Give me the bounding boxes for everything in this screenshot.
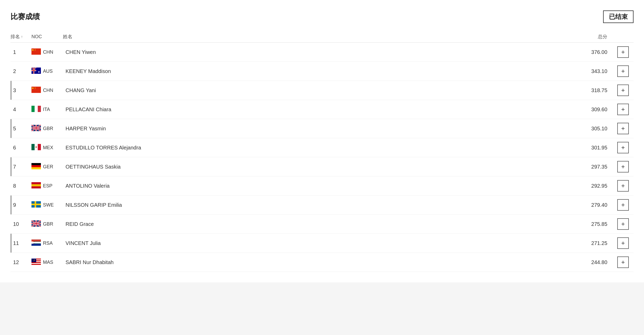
table-row: 4 ITA PELLACANI Chiara 309.60 + <box>10 100 634 119</box>
noc-label: AUS <box>43 69 53 74</box>
expand-button[interactable]: + <box>617 161 629 172</box>
athlete-name: ANTOLINO Valeria <box>63 183 571 189</box>
svg-rect-23 <box>35 106 38 112</box>
flag-icon <box>31 87 41 94</box>
total-score: 305.10 <box>571 126 613 132</box>
svg-text:☽: ☽ <box>32 259 34 262</box>
svg-text:★: ★ <box>38 70 40 73</box>
athlete-name: CHEN Yiwen <box>63 49 571 55</box>
svg-rect-61 <box>31 239 41 242</box>
noc-label: MAS <box>43 260 53 265</box>
noc-label: CHN <box>43 88 53 93</box>
total-score: 297.35 <box>571 164 613 170</box>
total-score: 318.75 <box>571 87 613 93</box>
athlete-name: KEENEY Maddison <box>63 68 571 74</box>
athlete-name: HARPER Yasmin <box>63 126 571 132</box>
action-cell: + <box>613 237 634 249</box>
flag-icon: ★ <box>31 68 41 75</box>
noc-label: RSA <box>43 241 53 246</box>
svg-rect-71 <box>31 264 41 265</box>
total-score: 376.00 <box>571 49 613 55</box>
flag-icon <box>31 182 41 190</box>
noc-cell: CHN <box>31 87 63 94</box>
svg-rect-34 <box>31 144 35 150</box>
flag-icon <box>31 239 41 247</box>
noc-label: MEX <box>43 145 53 150</box>
noc-cell: CHN <box>31 48 63 56</box>
svg-rect-39 <box>31 165 41 167</box>
noc-cell: GER <box>31 163 63 171</box>
expand-button[interactable]: + <box>617 199 629 211</box>
page-title: 比赛成绩 <box>10 12 40 22</box>
svg-rect-43 <box>31 184 41 184</box>
expand-button[interactable]: + <box>617 218 629 230</box>
athlete-name: REID Grace <box>63 221 571 227</box>
athlete-name: VINCENT Julia <box>63 240 571 246</box>
noc-cell: GBR <box>31 220 63 228</box>
noc-cell: GBR <box>31 125 63 132</box>
page-header: 比赛成绩 已结束 <box>10 5 634 28</box>
table-row: 3 CHN CHANG Yani 318.75 + <box>10 81 634 100</box>
column-score: 总分 <box>571 34 613 40</box>
athlete-name: SABRI Nur Dhabitah <box>63 259 571 265</box>
table-row: 6 MEX ESTUDILLO TORRES Alejandra 301.95 … <box>10 138 634 157</box>
athlete-name: PELLACANI Chiara <box>63 107 571 113</box>
table-row: 1 CHN CHEN Yiwen 376.00 + <box>10 43 634 62</box>
action-cell: + <box>613 256 634 268</box>
rank-cell: 7 <box>10 164 31 170</box>
rank-cell: 9 <box>10 202 31 208</box>
flag-icon <box>31 48 41 56</box>
expand-button[interactable]: + <box>617 65 629 77</box>
table-row: 12 ☽ MAS SABRI Nur Dhabitah 244.80 + <box>10 253 634 272</box>
svg-point-37 <box>35 146 37 148</box>
total-score: 343.10 <box>571 68 613 74</box>
column-noc: NOC <box>31 34 63 40</box>
noc-cell: ☽ MAS <box>31 259 63 266</box>
svg-rect-24 <box>38 106 41 112</box>
action-cell: + <box>613 123 634 134</box>
noc-cell: ★ AUS <box>31 68 63 75</box>
column-rank: 排名 ↑ <box>10 34 31 40</box>
total-score: 292.95 <box>571 183 613 189</box>
page-container: 比赛成绩 已结束 排名 ↑ NOC 姓名 总分 1 CHN CHEN Y <box>0 0 644 282</box>
rank-cell: 1 <box>10 49 31 55</box>
flag-icon <box>31 125 41 132</box>
results-table: 1 CHN CHEN Yiwen 376.00 + 2 <box>10 43 634 272</box>
svg-rect-22 <box>31 106 35 112</box>
flag-icon <box>31 144 41 152</box>
svg-rect-38 <box>31 163 41 165</box>
rank-cell: 5 <box>10 126 31 132</box>
flag-icon <box>31 163 41 171</box>
expand-button[interactable]: + <box>617 237 629 249</box>
expand-button[interactable]: + <box>617 85 629 96</box>
noc-cell: SWE <box>31 201 63 209</box>
table-row: 5 GBR HARPER Yasmin 305.10 + <box>10 119 634 138</box>
athlete-name: ESTUDILLO TORRES Alejandra <box>63 145 571 151</box>
expand-button[interactable]: + <box>617 142 629 153</box>
athlete-name: OETTINGHAUS Saskia <box>63 164 571 170</box>
total-score: 279.40 <box>571 202 613 208</box>
total-score: 244.80 <box>571 259 613 265</box>
expand-button[interactable]: + <box>617 104 629 115</box>
expand-button[interactable]: + <box>617 180 629 192</box>
action-cell: + <box>613 218 634 230</box>
svg-rect-62 <box>31 244 41 246</box>
noc-label: GBR <box>43 126 53 131</box>
table-row: 2 ★ AUS KEENEY Maddison 343.10 + <box>10 62 634 81</box>
flag-icon <box>31 220 41 228</box>
svg-rect-36 <box>38 144 41 150</box>
total-score: 275.85 <box>571 221 613 227</box>
action-cell: + <box>613 65 634 77</box>
noc-label: CHN <box>43 49 53 55</box>
noc-cell: ITA <box>31 106 63 113</box>
expand-button[interactable]: + <box>617 123 629 134</box>
flag-icon <box>31 106 41 113</box>
noc-cell: MEX <box>31 144 63 152</box>
total-score: 309.60 <box>571 107 613 113</box>
expand-button[interactable]: + <box>617 256 629 268</box>
action-cell: + <box>613 104 634 115</box>
svg-rect-40 <box>31 167 41 169</box>
rank-cell: 4 <box>10 107 31 113</box>
total-score: 271.25 <box>571 240 613 246</box>
expand-button[interactable]: + <box>617 46 629 58</box>
